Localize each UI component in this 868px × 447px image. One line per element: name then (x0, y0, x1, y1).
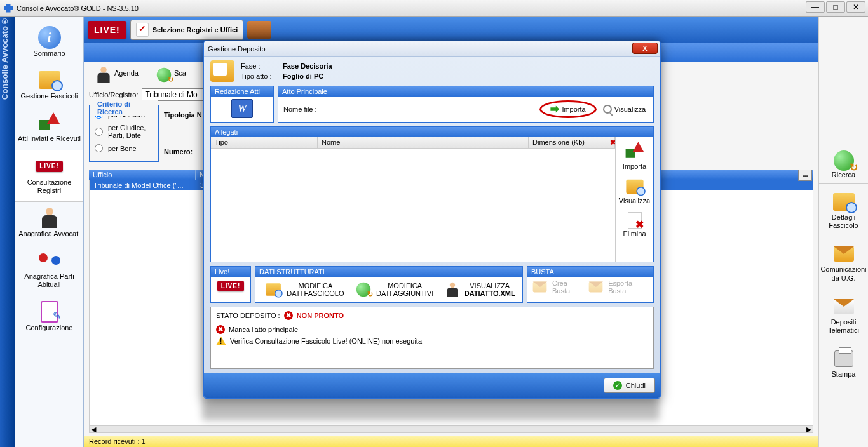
dati-header: DATI STRUTTURATI (255, 267, 522, 277)
fase-label: Fase : (241, 62, 279, 70)
scadenze-button[interactable]: Sca (154, 65, 186, 81)
agenda-button[interactable]: Agenda (94, 65, 139, 81)
ricerca-button[interactable]: Ricerca (819, 17, 868, 184)
visualizza-button[interactable]: Visualizza (600, 103, 648, 115)
sidebar-label: Gestione Fascicoli (21, 92, 78, 100)
right-sidebar: Ricerca Dettagli Fascicolo Comunicazioni… (818, 17, 868, 447)
depositi-button[interactable]: Depositi Telematici (819, 289, 868, 341)
radio-bene[interactable]: per Bene (95, 142, 153, 155)
modifica-aggiuntivi-button[interactable]: MODIFICADATI AGGIUNTIVI (353, 279, 433, 300)
allegati-body[interactable] (211, 149, 615, 262)
importa-button[interactable]: Importa (548, 103, 588, 115)
dati-strutturati-box: DATI STRUTTURATI MODIFICADATI FASCICOLO … (255, 266, 523, 303)
col-nome[interactable]: Nome (318, 137, 529, 148)
col-tipo[interactable]: Tipo (211, 137, 318, 148)
tab-selezione-registri[interactable]: Selezione Registri e Uffici (130, 20, 243, 40)
stampa-button[interactable]: Stampa (819, 341, 868, 385)
deposit-icon (834, 299, 854, 314)
live-badge-icon[interactable]: LIVE! (217, 281, 245, 291)
sidebar-item-anagrafica-parti[interactable]: Anagrafica Parti Abituali (15, 244, 83, 295)
comunicazioni-button[interactable]: Comunicazioni da U.G. (819, 236, 868, 288)
folder-search-icon (833, 193, 855, 211)
dialog-title: Gestione Deposito (208, 45, 266, 53)
live-badge[interactable]: LIVE! (88, 21, 126, 39)
ufficio-field[interactable] (142, 88, 212, 101)
stato-value: NON PRONTO (297, 312, 344, 319)
tab-label: Selezione Registri e Uffici (153, 26, 238, 34)
folder-icon (210, 60, 234, 82)
view-icon (626, 180, 643, 194)
tipo-value: Foglio di PC (283, 72, 323, 80)
importa-label: Importa (562, 105, 585, 113)
info-icon: i (38, 26, 61, 49)
crea-busta-button: Crea Busta (530, 279, 586, 295)
envelope-export-icon (589, 282, 603, 293)
people-icon (39, 251, 60, 270)
dialog-footer: ✓ Chiudi (204, 373, 660, 398)
dialog-header: Fase :Fase Decisoria Tipo atto :Foglio d… (204, 57, 660, 86)
visualizza-xml-button[interactable]: VISUALIZZADATIATTO.XML (443, 279, 515, 300)
col-delete-icon[interactable]: ✖ (606, 137, 615, 148)
atto-principale-box: Atto Principale Nome file : Importa Visu… (278, 86, 654, 123)
allegati-elimina-button[interactable]: ✖ Elimina (616, 208, 653, 241)
cell-ufficio: Tribunale di Model Office ("... (90, 180, 196, 190)
search-globe-icon (834, 150, 854, 171)
maximize-button[interactable]: □ (826, 1, 845, 13)
tipologia-label: Tipologia N (164, 111, 202, 119)
allegati-importa-button[interactable]: Importa (616, 137, 653, 174)
importa-highlight: Importa (539, 100, 596, 118)
chiudi-button[interactable]: ✓ Chiudi (604, 378, 655, 393)
word-icon[interactable]: W (231, 99, 253, 118)
grid-options-button[interactable]: ... (798, 170, 812, 181)
atto-header: Atto Principale (278, 86, 653, 97)
clipboard-icon (41, 301, 58, 323)
books-icon[interactable] (247, 21, 271, 39)
view-xml-icon (445, 283, 459, 297)
sidebar-item-atti[interactable]: Atti Inviati e Ricevuti (15, 107, 83, 149)
dettagli-fascicolo-button[interactable]: Dettagli Fascicolo (819, 184, 868, 236)
warning-icon (216, 337, 226, 345)
stato-error-1: ✖ Manca l'atto principale (216, 324, 648, 335)
envelope-icon (533, 282, 547, 293)
folder-search-icon (39, 71, 60, 89)
numero-label: Numero: (164, 148, 202, 156)
agenda-label: Agenda (114, 69, 139, 77)
gestione-deposito-dialog: Gestione Deposito X Fase :Fase Decisoria… (203, 41, 661, 399)
grid-scrollbar[interactable]: ◀▶ (89, 425, 813, 433)
sidebar-item-sommario[interactable]: i Sommario (15, 22, 83, 64)
sidebar-label: Configurazione (26, 324, 73, 332)
ufficio-label: Ufficio/Registro: (89, 91, 138, 98)
sidebar-item-anagrafica-avvocati[interactable]: Anagrafica Avvocati (15, 202, 83, 244)
stato-label: STATO DEPOSITO : (216, 312, 280, 319)
stato-box: STATO DEPOSITO : ✖ NON PRONTO ✖ Manca l'… (210, 307, 654, 369)
chiudi-label: Chiudi (626, 382, 646, 389)
sidebar-item-configurazione[interactable]: Configurazione (15, 296, 83, 338)
busta-header: BUSTA (527, 267, 653, 277)
minimize-button[interactable]: — (806, 1, 825, 13)
redazione-box: Redazione Atti W (210, 86, 274, 123)
radio-giudice[interactable]: per Giudice, Parti, Date (95, 121, 153, 142)
live-box: Live! LIVE! (210, 266, 251, 303)
col-dim[interactable]: Dimensione (Kb) (529, 137, 606, 148)
modifica-fascicolo-button[interactable]: MODIFICADATI FASCICOLO (262, 281, 344, 298)
allegati-visualizza-button[interactable]: Visualizza (616, 174, 653, 208)
dialog-titlebar[interactable]: Gestione Deposito X (204, 41, 660, 57)
check-icon: ✓ (613, 381, 622, 390)
live-icon: LIVE! (36, 161, 63, 172)
criterio-legend: Criterio di Ricerca (95, 100, 158, 116)
right-label: Comunicazioni da U.G. (819, 265, 868, 282)
allegati-header-row: Tipo Nome Dimensione (Kb) ✖ (211, 137, 615, 149)
close-button[interactable]: ✕ (846, 1, 865, 13)
magnifier-icon (603, 105, 612, 114)
sidebar: i Sommario Gestione Fascicoli Atti Invia… (15, 17, 84, 447)
nome-file-label: Nome file : (283, 105, 328, 113)
col-ufficio[interactable]: Ufficio (89, 170, 196, 180)
dialog-close-button[interactable]: X (632, 43, 658, 54)
visualizza-label: Visualizza (614, 105, 646, 113)
window-title: Consolle Avvocato® GOLD - NS-3.5.10 (17, 4, 139, 12)
allegati-side: Importa Visualizza ✖ Elimina (615, 137, 653, 262)
sidebar-item-gestione-fascicoli[interactable]: Gestione Fascicoli (15, 64, 83, 107)
envelope-icon (834, 246, 854, 262)
sidebar-item-consultazione[interactable]: LIVE! Consultazione Registri (15, 150, 83, 202)
checklist-icon (136, 23, 149, 37)
